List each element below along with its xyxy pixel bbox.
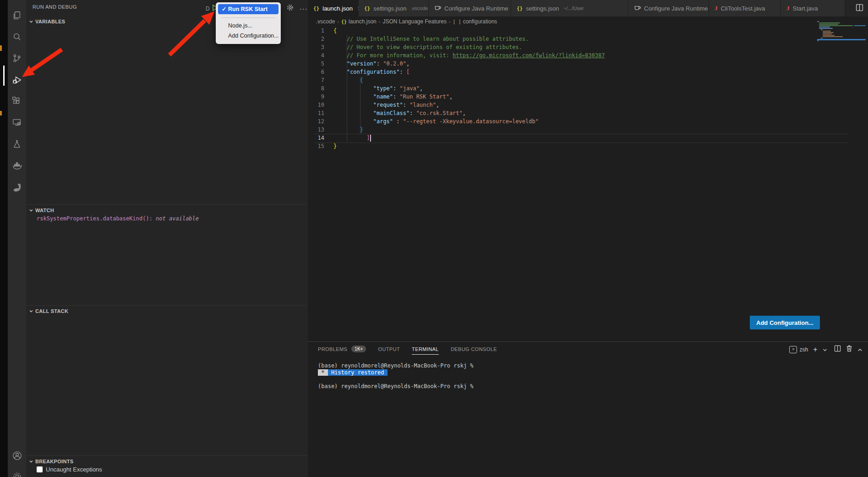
- code-line-4[interactable]: 4 // For more information, visit: https:…: [308, 51, 868, 60]
- code-line-7[interactable]: 7 {: [308, 76, 868, 84]
- line-number: 8: [308, 85, 324, 92]
- minimap-code-bar: [821, 29, 823, 30]
- line-number: 10: [308, 102, 324, 108]
- minimap[interactable]: [817, 21, 868, 49]
- testing-icon[interactable]: [8, 135, 26, 153]
- watch-expression: rskSystemProperties.databaseKind():: [37, 215, 153, 222]
- code-line-15[interactable]: 15}: [308, 142, 868, 150]
- account-icon[interactable]: [8, 446, 26, 465]
- breadcrumb-separator: ›: [449, 19, 451, 24]
- chevron-down-icon: [29, 208, 33, 213]
- active-view-indicator: [3, 66, 5, 86]
- docker-icon[interactable]: [8, 156, 26, 175]
- settings-gear-icon[interactable]: [8, 467, 26, 477]
- run-and-debug-icon[interactable]: [8, 71, 26, 89]
- section-breakpoints[interactable]: BREAKPOINTS: [26, 456, 308, 466]
- breadcrumb-item[interactable]: {}launch.json: [341, 18, 377, 25]
- gradle-icon[interactable]: [8, 177, 26, 196]
- code-line-8[interactable]: 8 "type": "java",: [308, 84, 868, 93]
- menu-item-run-rsk-start[interactable]: ✓Run RSK Start: [218, 4, 278, 14]
- tab-configure-java-runtime[interactable]: Configure Java Runtime: [628, 0, 709, 16]
- panel-tab-output[interactable]: OUTPUT: [378, 346, 400, 355]
- code-line-12[interactable]: 12 "args" : "--regtest -Xkeyvalue.dataso…: [308, 117, 868, 126]
- minimap-code-bar: [819, 22, 840, 23]
- tab-start-java[interactable]: JStart.java: [781, 0, 845, 16]
- breadcrumb: .vscode›{}launch.json›JSON Language Feat…: [308, 16, 868, 27]
- code-line-11[interactable]: 11 "mainClass": "co.rsk.Start",: [308, 109, 868, 117]
- split-terminal-icon[interactable]: [834, 345, 841, 354]
- debug-configuration-menu: ✓Run RSK StartNode.js...Add Configuratio…: [216, 2, 281, 44]
- tab-clitoolstest-java[interactable]: JCliToolsTest.java: [709, 0, 781, 16]
- terminal-line: (base) reynoldmorel@Reynolds-MacBook-Pro…: [318, 383, 474, 390]
- line-number: 7: [308, 77, 324, 83]
- editor-region: {}launch.json×{}settings.json.vscodeConf…: [308, 0, 868, 477]
- line-number: 11: [308, 110, 324, 116]
- code-line-2[interactable]: 2 // Use IntelliSense to learn about pos…: [308, 35, 868, 43]
- strip-orange-mark: [0, 111, 2, 115]
- breadcrumb-separator: ›: [379, 19, 381, 24]
- minimap-code-bar: [823, 33, 832, 34]
- tab-configure-java-runtime[interactable]: Configure Java Runtime: [429, 0, 511, 16]
- split-editor-icon[interactable]: [856, 4, 863, 13]
- add-configuration-button[interactable]: Add Configuration...: [750, 316, 820, 329]
- minimap-code-bar: [821, 38, 823, 38]
- code-line-13[interactable]: 13 }: [308, 126, 868, 134]
- new-terminal-icon[interactable]: +: [813, 347, 818, 352]
- code-line-6[interactable]: 6 "configurations": [: [308, 68, 868, 76]
- launch-profile-chevron-icon[interactable]: [823, 345, 827, 354]
- breadcrumb-item[interactable]: [ ]configurations: [453, 18, 497, 25]
- breakpoint-checkbox[interactable]: [37, 466, 43, 472]
- code-line-14[interactable]: 14 ]: [308, 134, 868, 142]
- breadcrumb-item[interactable]: JSON Language Features: [382, 18, 446, 25]
- panel-tab-debug-console[interactable]: DEBUG CONSOLE: [451, 346, 497, 355]
- line-number: 14: [308, 135, 324, 141]
- remote-explorer-icon[interactable]: [8, 113, 26, 132]
- checkmark-icon: ✓: [222, 4, 228, 14]
- line-number: 13: [308, 126, 324, 133]
- menu-item-add-configuration[interactable]: Add Configuration...: [218, 31, 278, 41]
- minimap-code-bar: [819, 24, 838, 25]
- extensions-icon[interactable]: [8, 92, 26, 110]
- tab-launch-json[interactable]: {}launch.json×: [308, 0, 359, 16]
- terminal-shell-selector[interactable]: > zsh: [789, 346, 808, 353]
- minimap-code-bar: [823, 31, 831, 32]
- breadcrumb-separator: ›: [337, 19, 339, 24]
- line-number: 6: [308, 69, 324, 75]
- breadcrumb-item[interactable]: .vscode: [316, 18, 335, 25]
- code-line-3[interactable]: 3 // Hover to view descriptions of exist…: [308, 43, 868, 51]
- kill-terminal-trash-icon[interactable]: [846, 345, 852, 354]
- line-number: 2: [308, 36, 324, 42]
- code-line-1[interactable]: 1{: [308, 27, 868, 35]
- activity-bar: [8, 0, 26, 477]
- minimap-code-bar: [823, 36, 843, 37]
- debug-gear-icon[interactable]: [286, 4, 294, 13]
- breakpoint-uncaught-exceptions[interactable]: Uncaught Exceptions: [37, 466, 102, 473]
- history-restored-badge: History restored: [328, 369, 388, 376]
- minimap-code-bar: [854, 25, 866, 26]
- chevron-down-icon: [29, 19, 33, 24]
- line-number: 1: [308, 27, 324, 34]
- section-watch[interactable]: WATCH: [26, 205, 308, 215]
- panel-tab-terminal[interactable]: TERMINAL: [412, 346, 439, 355]
- code-editor[interactable]: 1{2 // Use IntelliSense to learn about p…: [308, 27, 868, 150]
- tab-settings-json[interactable]: {}settings.json.vscode: [359, 0, 429, 16]
- panel-tab-problems[interactable]: PROBLEMS1K+: [318, 345, 366, 355]
- terminal-output[interactable]: (base) reynoldmorel@Reynolds-MacBook-Pro…: [318, 362, 474, 390]
- views-more-actions-icon[interactable]: ···: [300, 5, 308, 12]
- array-symbol-icon: [ ]: [453, 19, 461, 24]
- maximize-panel-chevron-icon[interactable]: [857, 345, 863, 354]
- line-number: 4: [308, 52, 324, 59]
- code-line-5[interactable]: 5 "version": "0.2.0",: [308, 60, 868, 68]
- explorer-icon[interactable]: [8, 6, 26, 25]
- menu-item-node-js[interactable]: Node.js...: [218, 21, 278, 31]
- code-line-10[interactable]: 10 "request": "launch",: [308, 101, 868, 109]
- watch-expression-row[interactable]: rskSystemProperties.databaseKind(): not …: [37, 215, 199, 222]
- tab-settings-json[interactable]: {}settings.json~/.../User: [511, 0, 628, 16]
- source-control-icon[interactable]: [8, 49, 26, 67]
- section-call-stack[interactable]: CALL STACK: [26, 306, 308, 316]
- code-line-9[interactable]: 9 "name": "Run RSK Start",: [308, 93, 868, 101]
- search-icon[interactable]: [8, 28, 26, 46]
- section-divider: [26, 305, 308, 306]
- java-file-icon: J: [786, 5, 790, 12]
- terminal-icon: >: [789, 346, 797, 353]
